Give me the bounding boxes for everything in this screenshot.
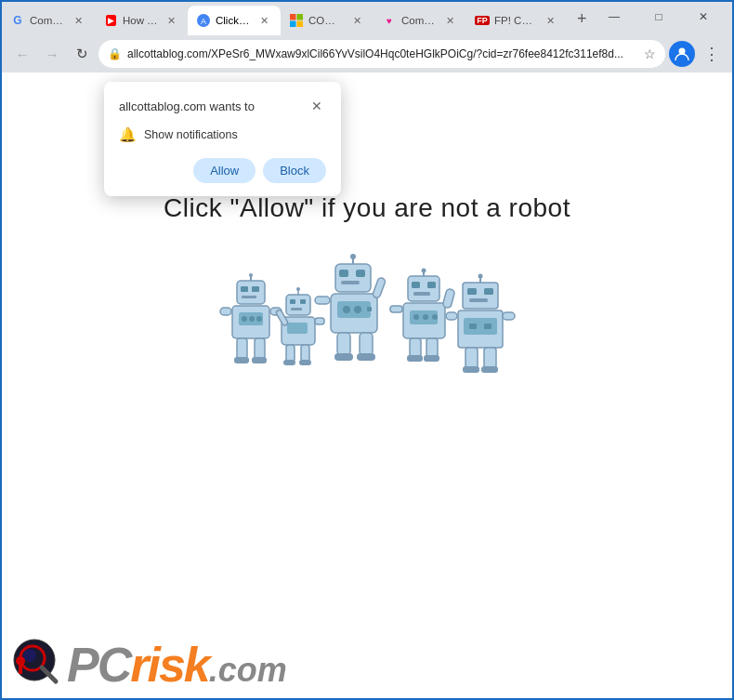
svg-rect-35	[301, 345, 309, 362]
browser-window: G Comb… ✕ ▶ How T… ✕ A Click A… ✕	[2, 2, 732, 73]
svg-rect-85	[484, 348, 496, 368]
svg-rect-79	[464, 318, 497, 335]
svg-rect-36	[283, 360, 295, 365]
popup-close-button[interactable]: ✕	[308, 97, 326, 115]
new-tab-button[interactable]: +	[570, 6, 593, 32]
svg-point-9	[249, 273, 253, 277]
address-bar-row: ← → ↻ 🔒 allcottablog.com/XPeSr6_MWxaw9xl…	[2, 35, 732, 73]
svg-point-40	[350, 254, 356, 259]
minimize-button[interactable]: —	[593, 4, 636, 30]
svg-rect-5	[297, 21, 304, 28]
svg-rect-83	[446, 312, 457, 320]
tab-4[interactable]: COMP… ✕	[281, 6, 374, 35]
svg-rect-87	[481, 366, 498, 373]
svg-rect-22	[234, 357, 249, 363]
svg-rect-71	[424, 355, 439, 362]
svg-rect-37	[299, 360, 311, 365]
svg-rect-84	[465, 348, 478, 368]
tab-1-favicon: G	[11, 14, 24, 27]
svg-rect-70	[407, 355, 423, 362]
svg-rect-41	[339, 270, 348, 277]
svg-rect-42	[356, 270, 365, 277]
bookmark-star-icon[interactable]: ☆	[644, 46, 656, 61]
svg-rect-23	[252, 357, 267, 363]
svg-rect-4	[290, 21, 296, 28]
svg-rect-59	[427, 282, 436, 288]
page-content: allcottablog.com wants to ✕ 🔔 Show notif…	[2, 73, 732, 700]
tab-5-favicon: ♥	[383, 14, 396, 27]
svg-text:A: A	[201, 17, 206, 26]
tab-2[interactable]: ▶ How T… ✕	[95, 6, 188, 35]
notification-label-text: Show notifications	[144, 128, 238, 141]
tab-5[interactable]: ♥ Comb… ✕	[374, 6, 466, 35]
pcrisk-branding: PCrisk.com	[11, 637, 287, 693]
bell-icon: 🔔	[119, 126, 137, 143]
pcrisk-logo-icon	[11, 637, 67, 693]
tab-1[interactable]: G Comb… ✕	[2, 6, 95, 35]
address-bar[interactable]: 🔒 allcottablog.com/XPeSr6_MWxaw9xlCil66Y…	[98, 40, 665, 68]
svg-rect-20	[237, 338, 247, 359]
more-options-button[interactable]: ⋮	[699, 41, 725, 67]
back-button[interactable]: ←	[9, 41, 35, 67]
profile-button[interactable]	[669, 41, 695, 67]
svg-rect-76	[484, 288, 493, 295]
svg-point-17	[256, 316, 262, 322]
svg-point-57	[422, 269, 426, 273]
tab-2-label: How T…	[123, 15, 158, 26]
tab-6-close[interactable]: ✕	[543, 13, 557, 28]
svg-rect-80	[469, 324, 477, 329]
tab-2-close[interactable]: ✕	[164, 13, 178, 28]
tab-3-label: Click A…	[216, 15, 251, 26]
tab-6[interactable]: FP FP! Comb… ✕	[466, 6, 567, 35]
tab-6-favicon: FP	[476, 14, 489, 27]
svg-rect-77	[469, 298, 488, 302]
reload-button[interactable]: ↻	[69, 41, 95, 67]
svg-rect-18	[220, 308, 231, 315]
tab-3[interactable]: A Click A… ✕	[188, 6, 281, 35]
svg-rect-7	[237, 281, 265, 304]
tab-4-close[interactable]: ✕	[349, 13, 364, 28]
svg-rect-86	[463, 366, 479, 373]
svg-point-63	[413, 314, 419, 320]
allow-button[interactable]: Allow	[193, 158, 256, 183]
tab-6-label: FP! Comb…	[494, 15, 537, 26]
svg-rect-69	[426, 338, 438, 357]
svg-rect-27	[290, 299, 295, 304]
svg-rect-21	[255, 338, 265, 359]
svg-rect-49	[372, 277, 386, 298]
svg-rect-12	[242, 296, 256, 298]
svg-rect-43	[341, 281, 360, 284]
maximize-button[interactable]: □	[637, 4, 680, 30]
tab-5-label: Comb…	[401, 15, 437, 26]
block-button[interactable]: Block	[263, 158, 326, 183]
popup-notification-row: 🔔 Show notifications	[119, 126, 326, 143]
tab-3-favicon: A	[197, 14, 210, 27]
svg-rect-31	[287, 323, 308, 334]
svg-rect-2	[290, 14, 296, 20]
svg-rect-48	[367, 307, 372, 311]
pc-text: PC	[67, 638, 130, 692]
popup-title: allcottablog.com wants to	[119, 99, 255, 113]
close-button[interactable]: ✕	[682, 4, 725, 30]
url-text: allcottablog.com/XPeSr6_MWxaw9xlCil66YvV…	[127, 47, 638, 60]
svg-rect-53	[334, 353, 353, 361]
svg-rect-51	[337, 333, 350, 355]
svg-rect-50	[315, 297, 330, 304]
tab-1-close[interactable]: ✕	[71, 13, 85, 28]
robots-container	[2, 245, 732, 403]
tab-3-close[interactable]: ✕	[256, 13, 271, 28]
svg-rect-38	[335, 264, 371, 292]
forward-button[interactable]: →	[39, 41, 65, 67]
svg-point-64	[423, 314, 428, 320]
robots-illustration	[218, 245, 516, 403]
svg-point-65	[432, 314, 438, 320]
svg-rect-34	[286, 345, 295, 362]
svg-point-46	[343, 306, 350, 313]
svg-rect-82	[503, 312, 515, 320]
svg-rect-29	[291, 308, 302, 310]
svg-rect-33	[315, 318, 324, 324]
tab-5-close[interactable]: ✕	[442, 13, 457, 28]
svg-rect-11	[252, 286, 259, 292]
tab-4-label: COMP…	[308, 15, 344, 26]
svg-rect-3	[297, 14, 304, 20]
